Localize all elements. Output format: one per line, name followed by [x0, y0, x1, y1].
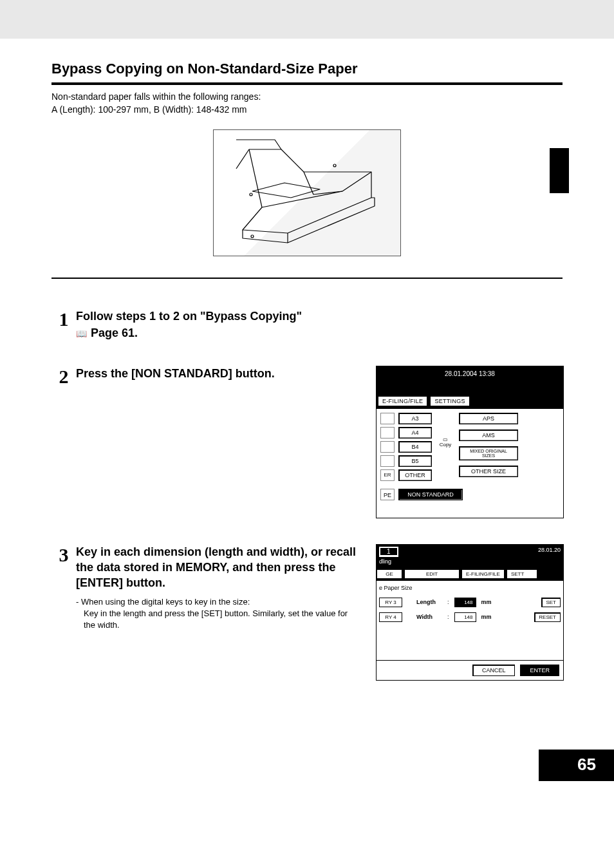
ams-button[interactable]: AMS — [459, 429, 518, 441]
paper-b5-button[interactable]: B5 — [398, 455, 432, 467]
length-unit: mm — [481, 599, 492, 605]
step-number-2: 2 — [51, 366, 76, 386]
paper-size-label: e Paper Size — [379, 585, 561, 591]
paper-a4-button[interactable]: A4 — [398, 427, 432, 439]
width-value-input[interactable]: 148 — [454, 612, 476, 622]
intro-line-1: Non-standard paper falls within the foll… — [51, 90, 563, 103]
mixed-original-sizes-button[interactable]: MIXED ORIGINAL SIZES — [459, 446, 518, 460]
paper-other-button[interactable]: OTHER — [398, 469, 432, 481]
length-value-input[interactable]: 148 — [454, 598, 476, 607]
tab-efiling-file[interactable]: E-FILING/FILE — [461, 569, 505, 579]
svg-point-0 — [250, 193, 252, 196]
step-1-title: Follow steps 1 to 2 on "Bypass Copying" — [76, 308, 563, 324]
other-size-button[interactable]: OTHER SIZE — [459, 466, 518, 477]
enter-button[interactable]: ENTER — [520, 665, 559, 676]
non-standard-button[interactable]: NON STANDARD — [398, 489, 463, 500]
reset-button[interactable]: RESET — [534, 612, 561, 622]
length-label: Length — [416, 599, 442, 605]
page-number: 65 — [539, 750, 614, 781]
copy-count: 1 — [379, 547, 398, 557]
tray-slot[interactable] — [380, 441, 395, 453]
page-reference: Page 61. — [76, 326, 563, 340]
step-2-title: Press the [NON STANDARD] button. — [76, 366, 357, 381]
tray-slot[interactable] — [380, 413, 395, 424]
screen-datetime: 28.01.2004 13:38 — [379, 370, 561, 377]
settings-screen-figure: 28.01.2004 13:38 E-FILING/FILE SETTINGS — [376, 366, 564, 518]
tray-ry4[interactable]: RY 4 — [379, 612, 402, 622]
step-number-3: 3 — [51, 544, 76, 565]
step-3-note-body: Key in the length and press the [SET] bu… — [84, 608, 357, 631]
copy-orientation-icon: ▭ Copy — [436, 413, 455, 481]
intro-text: Non-standard paper falls within the foll… — [51, 85, 563, 117]
datetime-fragment: 28.01.20 — [538, 547, 561, 567]
width-colon: : — [447, 614, 449, 620]
tray-ry3[interactable]: RY 3 — [379, 598, 402, 607]
intro-line-2: A (Length): 100-297 mm, B (Width): 148-4… — [51, 103, 563, 116]
page-header-graybar — [0, 0, 614, 39]
aps-button[interactable]: APS — [459, 413, 518, 424]
section-heading: Bypass Copying on Non-Standard-Size Pape… — [51, 39, 563, 85]
length-colon: : — [447, 599, 449, 605]
width-label: Width — [416, 614, 442, 620]
tray-slot[interactable] — [380, 427, 395, 439]
width-unit: mm — [481, 614, 492, 620]
dimension-screen-figure: 1 dling 28.01.20 GE EDIT E-FILING/FILE S… — [376, 544, 564, 681]
step-3-title: Key in each dimension (length and width)… — [76, 544, 357, 591]
tab-edit[interactable]: EDIT — [404, 569, 460, 579]
tab-fragment-sett[interactable]: SETT — [507, 569, 537, 579]
tab-efiling-file[interactable]: E-FILING/FILE — [378, 396, 427, 406]
step-number-1: 1 — [51, 308, 76, 329]
chapter-index-tab — [550, 148, 569, 193]
bypass-tray-illustration — [213, 129, 401, 256]
status-fragment: dling — [379, 558, 391, 565]
svg-point-1 — [333, 164, 336, 167]
tray-slot[interactable] — [380, 455, 395, 467]
paper-a3-button[interactable]: A3 — [398, 413, 432, 424]
tray-slot-er[interactable]: ER — [380, 469, 395, 481]
cancel-button[interactable]: CANCEL — [472, 665, 516, 676]
set-button[interactable]: SET — [541, 598, 561, 607]
paper-b4-button[interactable]: B4 — [398, 441, 432, 453]
step-3-note-lead: - When using the digital keys to key in … — [76, 596, 357, 608]
tab-settings[interactable]: SETTINGS — [430, 396, 469, 406]
tab-fragment-ge[interactable]: GE — [377, 569, 402, 579]
pe-indicator: PE — [380, 489, 395, 500]
svg-point-2 — [251, 235, 254, 238]
